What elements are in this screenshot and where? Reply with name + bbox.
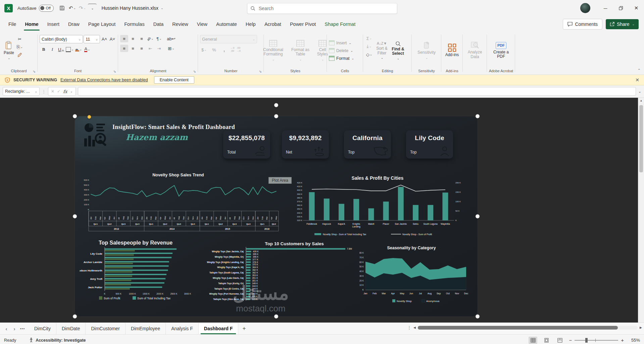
adjust-handle[interactable] [88, 115, 91, 119]
accessibility-status[interactable]: Accessibility: Investigate [29, 338, 86, 343]
search-box[interactable] [247, 3, 397, 14]
fill-color-button[interactable]: ◂▸⌄ [75, 46, 83, 53]
tab-file[interactable]: File [4, 16, 20, 32]
tab-page-layout[interactable]: Page Layout [84, 16, 120, 32]
shrink-font-icon[interactable]: A˅ [109, 36, 116, 43]
selection-handle[interactable] [476, 114, 480, 119]
tab-acrobat[interactable]: Acrobat [260, 16, 286, 32]
cancel-entry-icon[interactable]: ✕ [51, 89, 54, 94]
fill-icon[interactable]: ⤓⌄ [365, 43, 373, 50]
tab-insert[interactable]: Insert [43, 16, 64, 32]
dialog-launcher-icon[interactable]: ⇘ [193, 70, 196, 73]
find-select-button[interactable]: Find & Select⌄ [391, 34, 405, 67]
increase-indent-icon[interactable]: ⇥ [155, 45, 163, 52]
align-right-icon[interactable]: ≡ [138, 45, 146, 52]
middle-align-icon[interactable]: ≡ [129, 35, 137, 42]
sort-filter-button[interactable]: A↓Z▼ Sort & Filter⌄ [375, 34, 389, 67]
font-color-button[interactable]: A⌄ [83, 46, 91, 53]
scroll-left-icon[interactable]: ◀ [413, 326, 416, 329]
decrease-decimal-icon[interactable]: .00→0 [236, 47, 240, 53]
sheet-tab-dimcustomer[interactable]: DimCustomer [86, 323, 126, 334]
enable-content-button[interactable]: Enable Content [154, 76, 194, 84]
next-sheet-icon[interactable]: › [11, 326, 18, 332]
selection-handle[interactable] [274, 114, 279, 119]
selection-handle[interactable] [476, 314, 480, 319]
increase-decimal-icon[interactable]: ←0.00 [230, 47, 234, 53]
page-break-view-icon[interactable] [555, 337, 564, 344]
zoom-thumb[interactable] [585, 338, 588, 343]
font-size-select[interactable]: 11⌄ [84, 35, 100, 43]
addins-button[interactable]: Add-ins [444, 34, 461, 67]
comma-style-icon[interactable]: , [220, 46, 228, 53]
scroll-up-icon[interactable]: ▲ [638, 98, 644, 103]
percent-style-icon[interactable]: % [210, 46, 218, 53]
tab-help[interactable]: Help [241, 16, 260, 32]
dialog-launcher-icon[interactable]: ⇘ [259, 70, 262, 73]
insert-cells-button[interactable]: Insert⌄ [329, 39, 361, 47]
tab-power-pivot[interactable]: Power Pivot [286, 16, 320, 32]
vertical-scroll-thumb[interactable] [639, 105, 643, 172]
insert-function-icon[interactable]: fx [63, 89, 67, 94]
workbook-title[interactable]: Hussein Hany Hussein.xlsx⌄ [101, 5, 163, 11]
undo-icon[interactable]: ↶⌄ [68, 4, 77, 12]
drag-handle-icon[interactable]: ⋮ [42, 89, 46, 94]
security-warning-link[interactable]: External Data Connections have been disa… [60, 78, 148, 82]
align-center-icon[interactable]: ≡ [129, 45, 137, 52]
underline-button[interactable]: U⌄ [57, 46, 65, 53]
autosum-icon[interactable]: Σ⌄ [365, 35, 373, 42]
collapse-ribbon-icon[interactable]: ⌃ [638, 68, 641, 73]
clear-icon[interactable]: ◇⌄ [365, 51, 373, 58]
sheet-tab-analysis[interactable]: Analysis F [166, 323, 199, 334]
text-direction-icon[interactable]: ¶⌄ [155, 35, 163, 42]
tab-view[interactable]: View [193, 16, 212, 32]
analyze-data-button[interactable]: Analyze Data [465, 34, 485, 67]
tab-draw[interactable]: Draw [64, 16, 84, 32]
format-as-table-button[interactable]: Format as Table⌄ [289, 34, 312, 67]
conditional-formatting-button[interactable]: Conditional Formatting⌄ [259, 34, 287, 67]
avatar[interactable] [580, 3, 590, 13]
align-left-icon[interactable]: ≡ [120, 45, 128, 52]
restore-button[interactable] [613, 0, 629, 16]
horizontal-scroll-thumb[interactable] [418, 326, 618, 330]
add-sheet-button[interactable]: + [238, 323, 250, 334]
cut-icon[interactable]: ✂ [16, 35, 24, 43]
confirm-entry-icon[interactable]: ✓ [57, 89, 60, 94]
dialog-launcher-icon[interactable]: ⇘ [33, 70, 36, 73]
selection-handle[interactable] [476, 214, 480, 219]
search-input[interactable] [258, 5, 387, 11]
redo-icon[interactable]: ↷⌄ [78, 4, 87, 12]
tab-review[interactable]: Review [168, 16, 193, 32]
scroll-right-icon[interactable]: ▶ [640, 326, 642, 329]
accounting-format-icon[interactable]: $⌄ [200, 46, 208, 53]
wrap-text-icon[interactable]: ab↩ [167, 35, 175, 42]
bold-button[interactable]: B [40, 46, 48, 53]
selection-handle[interactable] [73, 114, 77, 119]
tab-automate[interactable]: Automate [212, 16, 241, 32]
vertical-scrollbar[interactable]: ▲ [638, 98, 644, 322]
minimize-button[interactable]: ─ [598, 0, 613, 16]
tab-formulas[interactable]: Formulas [120, 16, 149, 32]
selection-handle[interactable] [274, 314, 279, 319]
zoom-level[interactable]: 55% [629, 338, 640, 343]
delete-cells-button[interactable]: Delete⌄ [329, 47, 361, 54]
name-box[interactable]: Rectangle: ...⌄ [3, 87, 40, 96]
prev-sheet-icon[interactable]: ‹ [3, 326, 10, 332]
font-name-select[interactable]: Calibri (Body)⌄ [40, 35, 83, 43]
tab-shape-format[interactable]: Shape Format [320, 16, 360, 32]
create-pdf-button[interactable]: PDF Create a PDF [491, 34, 511, 67]
page-layout-view-icon[interactable] [542, 337, 551, 344]
grow-font-icon[interactable]: A˄ [101, 36, 108, 43]
normal-view-icon[interactable] [529, 337, 537, 344]
dashboard-shape[interactable]: InsightFlow: Smart Sales & Profit Dashbo… [75, 116, 478, 316]
paste-button[interactable]: Paste⌄ [2, 34, 16, 67]
sheet-tab-dimcity[interactable]: DimCity [29, 323, 56, 334]
more-sheets-icon[interactable]: ••• [19, 327, 26, 331]
italic-button[interactable]: I [48, 46, 56, 53]
horizontal-scrollbar[interactable]: ⋮ ◀ ▶ [407, 325, 642, 330]
format-painter-icon[interactable] [16, 51, 24, 59]
formula-input[interactable] [78, 87, 636, 96]
merge-center-icon[interactable]: ⊞⌄ [167, 45, 175, 52]
autosave-toggle[interactable]: Off [39, 5, 54, 12]
sensitivity-button[interactable]: Sensitivity⌄ [416, 34, 437, 67]
comments-button[interactable]: Comments [563, 19, 602, 30]
